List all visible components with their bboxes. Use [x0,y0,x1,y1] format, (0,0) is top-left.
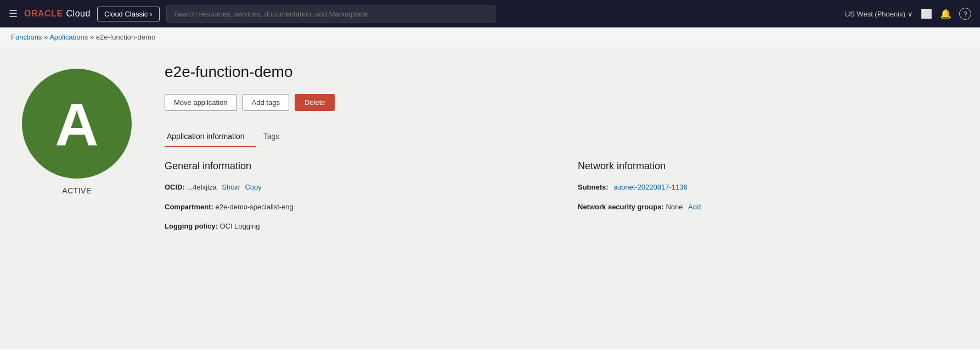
action-buttons: Move application Add tags Delete [165,94,958,111]
avatar-letter: A [55,89,98,159]
ocid-label: OCID: [165,183,185,191]
nav-right-items: US West (Phoenix) ∨ ⬜ 🔔 ? [845,8,971,20]
breadcrumb-separator-1: » [44,33,48,41]
ocid-copy-link[interactable]: Copy [245,183,261,191]
cloud-label: Cloud [66,9,91,19]
breadcrumb-applications[interactable]: Applications [49,33,88,41]
hamburger-menu-icon[interactable]: ☰ [9,8,18,20]
region-label: US West (Phoenix) [845,10,905,18]
nsg-row: Network security groups: None Add [578,202,958,213]
breadcrumb-functions[interactable]: Functions [11,33,42,41]
breadcrumb-separator-2: » [90,33,94,41]
nsg-add-link[interactable]: Add [688,203,701,211]
terminal-icon[interactable]: ⬜ [921,8,932,20]
region-selector[interactable]: US West (Phoenix) ∨ [845,10,913,18]
ocid-show-link[interactable]: Show [222,183,240,191]
tab-application-information[interactable]: Application information [165,126,256,147]
tab-bar: Application information Tags [165,126,958,147]
ocid-row: OCID: ...4elxjlza Show Copy [165,182,545,193]
info-grid: General information OCID: ...4elxjlza Sh… [165,160,958,241]
compartment-label: Compartment: [165,203,213,211]
compartment-value: e2e-demo-specialist-eng [215,203,293,211]
network-info-heading: Network information [578,160,958,172]
nsg-label: Network security groups: [578,203,664,211]
status-badge: ACTIVE [62,186,92,195]
oracle-label: ORACLE [24,9,63,19]
avatar: A [22,69,132,179]
compartment-row: Compartment: e2e-demo-specialist-eng [165,202,545,213]
breadcrumb-current: e2e-function-demo [96,33,155,41]
ocid-value: ...4elxjlza [187,183,216,191]
chevron-down-icon: ∨ [908,10,913,18]
top-navigation: ☰ ORACLE Cloud Cloud Classic › US West (… [0,0,980,27]
right-panel: e2e-function-demo Move application Add t… [154,47,980,349]
brand-logo: ORACLE Cloud [24,9,91,19]
tab-tags[interactable]: Tags [261,126,291,147]
logging-policy-value: OCI Logging [219,222,260,230]
breadcrumb: Functions » Applications » e2e-function-… [0,27,980,47]
main-content: A ACTIVE e2e-function-demo Move applicat… [0,47,980,349]
logging-policy-row: Logging policy: OCI Logging [165,221,545,232]
add-tags-button[interactable]: Add tags [243,94,289,111]
left-panel: A ACTIVE [0,47,154,349]
cloud-classic-button[interactable]: Cloud Classic › [97,7,160,21]
help-icon[interactable]: ? [959,8,971,20]
subnets-label: Subnets: [578,183,609,191]
subnets-row: Subnets: subnet-20220817-1136 [578,182,958,193]
search-input[interactable] [166,5,495,23]
nsg-value: None [666,203,683,211]
bell-icon[interactable]: 🔔 [940,8,951,20]
delete-button[interactable]: Delete [295,94,335,111]
logging-policy-label: Logging policy: [165,222,218,230]
app-title: e2e-function-demo [165,63,958,81]
network-info-section: Network information Subnets: subnet-2022… [578,160,958,241]
subnet-link[interactable]: subnet-20220817-1136 [613,183,687,191]
general-info-section: General information OCID: ...4elxjlza Sh… [165,160,545,241]
move-application-button[interactable]: Move application [165,94,237,111]
general-info-heading: General information [165,160,545,172]
